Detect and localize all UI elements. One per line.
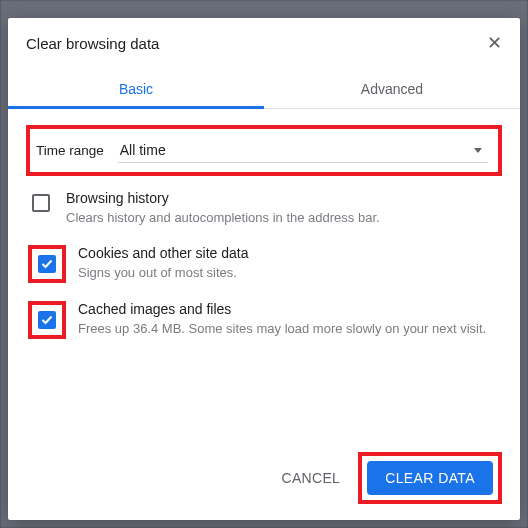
option-title: Cookies and other site data <box>78 245 500 261</box>
close-icon[interactable]: ✕ <box>487 32 502 54</box>
tabs: Basic Advanced <box>8 68 520 109</box>
option-desc: Clears history and autocompletions in th… <box>66 209 500 227</box>
option-texts: Browsing history Clears history and auto… <box>66 190 500 227</box>
option-cookies: Cookies and other site data Signs you ou… <box>26 245 502 283</box>
dialog-title: Clear browsing data <box>26 35 159 52</box>
time-range-value: All time <box>120 142 166 158</box>
dialog-body: Time range All time Browsing history Cle… <box>8 109 520 438</box>
dialog-footer: CANCEL CLEAR DATA <box>8 438 520 520</box>
time-range-row: Time range All time <box>26 125 502 176</box>
checkbox-cookies[interactable] <box>38 255 56 273</box>
option-texts: Cached images and files Frees up 36.4 MB… <box>78 301 500 338</box>
clear-data-button[interactable]: CLEAR DATA <box>367 461 493 495</box>
clear-button-highlight: CLEAR DATA <box>358 452 502 504</box>
time-range-label: Time range <box>36 143 104 158</box>
option-desc: Signs you out of most sites. <box>78 264 500 282</box>
option-cached: Cached images and files Frees up 36.4 MB… <box>26 301 502 339</box>
time-range-select[interactable]: All time <box>118 138 488 163</box>
checkbox-browsing-history[interactable] <box>32 194 50 212</box>
clear-browsing-data-dialog: Clear browsing data ✕ Basic Advanced Tim… <box>8 18 520 520</box>
option-title: Browsing history <box>66 190 500 206</box>
option-desc: Frees up 36.4 MB. Some sites may load mo… <box>78 320 500 338</box>
checkbox-wrap <box>28 190 54 216</box>
chevron-down-icon <box>474 148 482 153</box>
tab-advanced[interactable]: Advanced <box>264 68 520 108</box>
checkbox-wrap <box>28 245 66 283</box>
option-title: Cached images and files <box>78 301 500 317</box>
option-browsing-history: Browsing history Clears history and auto… <box>26 190 502 227</box>
checkbox-cached[interactable] <box>38 311 56 329</box>
cancel-button[interactable]: CANCEL <box>272 462 351 494</box>
checkbox-wrap <box>28 301 66 339</box>
dialog-header: Clear browsing data ✕ <box>8 18 520 68</box>
tab-basic[interactable]: Basic <box>8 68 264 108</box>
option-texts: Cookies and other site data Signs you ou… <box>78 245 500 282</box>
